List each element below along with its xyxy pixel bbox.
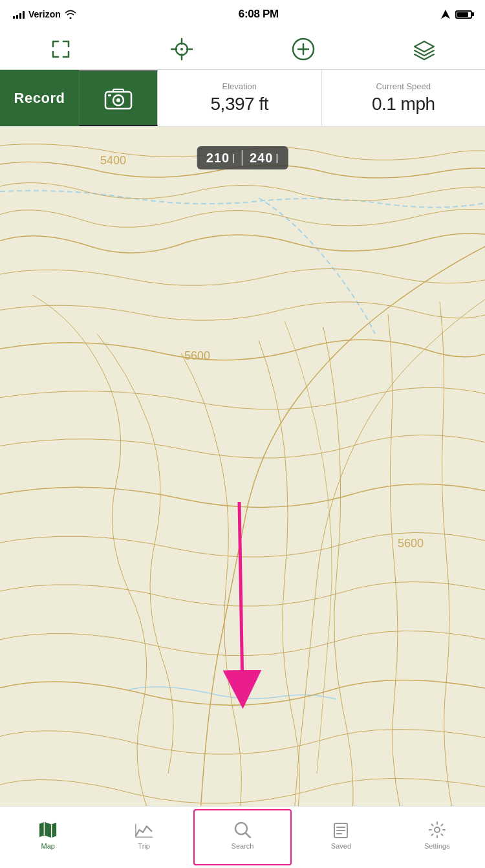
tab-saved[interactable]: Saved [293,807,389,868]
trip-tab-icon-wrap [135,820,154,840]
signal-bars [13,10,25,19]
trip-icon [135,821,154,839]
search-tab-label: Search [232,842,254,850]
location-icon [170,38,193,61]
speed-stat: Current Speed 0.1 mph [322,70,486,126]
map-tab-icon-wrap [38,820,58,840]
search-icon [233,821,252,839]
record-button[interactable]: Record [0,70,79,126]
bearing-1-value: 210 [206,151,230,166]
speed-value: 0.1 mph [372,94,435,114]
map-icon [38,821,58,839]
saved-tab-label: Saved [331,842,351,850]
signal-bar-4 [23,11,25,19]
bearing-2-value: 240 [250,151,273,166]
toolbar [0,28,485,70]
add-button[interactable] [287,33,319,65]
svg-point-1 [180,48,183,50]
tab-bar: Map Trip Search [0,806,485,868]
tab-settings[interactable]: Settings [389,807,485,868]
status-right [441,10,472,19]
svg-rect-13 [0,127,485,806]
svg-rect-12 [108,94,111,96]
expand-icon [50,39,71,60]
wifi-icon [65,10,76,19]
elevation-label: Elevation [222,81,257,91]
compass-bearing: 210 | 240 | [197,146,288,169]
layers-button[interactable] [408,33,440,65]
bearing-2: 240 | [250,151,279,166]
settings-tab-icon-wrap [427,820,447,840]
location-status-icon [441,10,450,19]
signal-bar-2 [16,15,18,19]
saved-tab-icon-wrap [331,820,350,840]
location-button[interactable] [166,33,198,65]
expand-button[interactable] [45,33,77,65]
svg-text:5600: 5600 [184,349,210,362]
map-area[interactable]: 5400 5600 5600 210 | 240 | [0,127,485,806]
tab-map[interactable]: Map [0,807,96,868]
tab-search[interactable]: Search [193,809,292,865]
elevation-stat: Elevation 5,397 ft [158,70,322,126]
compass-divider [242,150,243,166]
svg-point-26 [435,827,440,832]
camera-icon [104,87,133,110]
status-bar: Verizon 6:08 PM [0,0,485,28]
trip-tab-label: Trip [138,842,150,850]
time-display: 6:08 PM [239,8,279,21]
speed-label: Current Speed [376,81,431,91]
elevation-value: 5,397 ft [211,94,268,114]
layers-icon [413,38,436,61]
status-left: Verizon [13,9,76,19]
svg-point-11 [116,98,120,102]
signal-bar-1 [13,16,15,19]
saved-icon [332,821,350,839]
settings-tab-label: Settings [424,842,450,850]
map-tab-label: Map [41,842,55,850]
topo-map-svg: 5400 5600 5600 [0,127,485,806]
carrier-label: Verizon [28,9,61,19]
svg-line-21 [246,833,250,838]
battery-fill [457,12,468,17]
svg-text:5600: 5600 [398,537,424,550]
add-icon [292,38,315,61]
signal-bar-3 [19,13,21,19]
camera-button[interactable] [79,70,158,126]
bearing-1: 210 | [206,151,235,166]
settings-icon [428,821,446,839]
battery-indicator [455,10,472,19]
svg-text:5400: 5400 [100,154,126,167]
info-bar: Record Elevation 5,397 ft Current Speed … [0,70,485,127]
search-tab-icon-wrap [233,820,252,840]
tab-trip[interactable]: Trip [96,807,191,868]
